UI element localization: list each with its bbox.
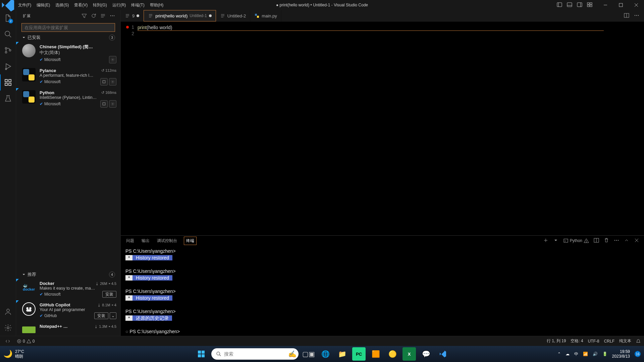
refresh-icon[interactable] (91, 13, 96, 19)
extension-item[interactable]: Chinese (Simplified) (简…中文(简体)✔ Microsof… (16, 42, 120, 66)
sublime-icon[interactable]: 🟧 (369, 347, 382, 361)
menu-item[interactable]: 选择(S) (53, 1, 71, 9)
menu-item[interactable]: 编辑(E) (34, 1, 53, 9)
breakpoint-icon[interactable] (126, 26, 129, 28)
install-button[interactable]: 安装 (102, 291, 116, 298)
editor-tab[interactable]: Untitled-2 (216, 10, 251, 21)
tray-notification-badge[interactable]: 16 (635, 351, 641, 357)
menu-item[interactable]: 帮助(H) (147, 1, 166, 9)
panel-left-icon[interactable] (557, 2, 562, 8)
wechat-icon[interactable]: 💬 (419, 347, 433, 361)
panel-tab[interactable]: 调试控制台 (156, 237, 178, 245)
extension-runtime-icon[interactable] (100, 100, 108, 108)
menu-item[interactable]: 文件(F) (15, 1, 34, 9)
extension-item[interactable]: 🐳dockerDocker⭳ 26M ★ 4.5Makes it easy to… (16, 279, 120, 300)
terminal-dropdown-icon[interactable] (553, 238, 558, 244)
menu-item[interactable]: 查看(V) (71, 1, 90, 9)
tray-onedrive-icon[interactable]: ☁ (566, 352, 570, 356)
taskbar-search[interactable]: ✍️ (211, 348, 299, 360)
layout-grid-icon[interactable] (587, 2, 592, 8)
svg-rect-73 (198, 351, 201, 354)
editor-tab[interactable]: print(hello world)Untitled-1 (144, 10, 216, 21)
menu-item[interactable]: 运行(R) (110, 1, 129, 9)
install-more-icon[interactable]: ⌄ (110, 312, 116, 319)
taskbar-search-input[interactable] (224, 351, 294, 357)
close-panel-icon[interactable] (634, 238, 639, 244)
extension-gear-icon[interactable] (109, 56, 116, 63)
tray-volume-icon[interactable]: 🔊 (593, 352, 598, 356)
clear-icon[interactable] (100, 13, 106, 19)
maximize-button[interactable] (613, 0, 629, 10)
edge-icon[interactable]: 🌐 (319, 347, 332, 361)
panel-tab[interactable]: 输出 (141, 237, 150, 245)
extension-runtime-icon[interactable] (100, 78, 108, 85)
pycharm-icon[interactable]: PC (352, 347, 366, 361)
extension-search-box[interactable] (21, 23, 115, 32)
menu-item[interactable]: 终端(T) (128, 1, 147, 9)
extension-gear-icon[interactable] (109, 78, 116, 85)
extension-gear-icon[interactable] (109, 100, 116, 108)
editor-body[interactable]: 12 print(hello world) (121, 22, 644, 235)
minimize-button[interactable] (598, 0, 613, 10)
status-cursor-pos[interactable]: 行 1, 列 19 (547, 338, 566, 344)
source-control-icon[interactable] (0, 42, 16, 58)
extension-search-input[interactable] (22, 25, 115, 30)
activity-bar: 2 (0, 10, 16, 336)
tray-clock[interactable]: 19:59 2023/8/13 (612, 349, 630, 359)
recommended-section-header[interactable]: 推荐 4 (16, 270, 120, 279)
excel-icon[interactable]: X (402, 347, 416, 361)
new-terminal-icon[interactable] (543, 238, 548, 244)
trash-icon[interactable] (604, 238, 609, 244)
extension-item[interactable]: Pylance↺ 112msA performant, feature-rich… (16, 66, 120, 88)
testing-icon[interactable] (0, 90, 16, 107)
menu-item[interactable]: 转到(G) (90, 1, 109, 9)
vscode-taskbar-icon[interactable] (436, 347, 449, 361)
code-line[interactable] (138, 31, 644, 37)
extension-item[interactable]: Python↺ 168msIntelliSense (Pylance), Lin… (16, 88, 120, 110)
chrome-icon[interactable]: 🟡 (386, 347, 399, 361)
more-actions-icon[interactable] (634, 13, 639, 19)
run-debug-icon[interactable] (0, 58, 16, 74)
editor-tab[interactable]: 9 (121, 10, 144, 21)
editor-tab[interactable]: main.py (250, 10, 281, 21)
tray-wifi-icon[interactable]: 📶 (583, 352, 588, 356)
remote-icon[interactable] (3, 338, 12, 345)
tray-ime[interactable]: 中 (574, 351, 578, 357)
taskbar-weather[interactable]: 🌙 27°C 晴朗 (3, 349, 24, 359)
code-line[interactable]: print(hello world) (138, 24, 644, 31)
search-icon[interactable] (0, 26, 16, 42)
explorer-icon[interactable]: 2 (0, 10, 16, 26)
panel-tab[interactable]: 问题 (125, 237, 135, 245)
file-explorer-icon[interactable]: 📁 (335, 347, 349, 361)
accounts-icon[interactable] (0, 304, 16, 320)
status-language[interactable]: 纯文本 (619, 338, 631, 344)
extensions-icon[interactable] (0, 74, 16, 90)
status-encoding[interactable]: UTF-8 (588, 339, 599, 344)
install-button[interactable]: 安装 (94, 312, 108, 319)
taskview-icon[interactable]: ▢▣ (302, 347, 315, 361)
panel-right-icon[interactable] (577, 2, 582, 8)
close-button[interactable] (629, 0, 644, 10)
extension-item[interactable]: Notepad++ …⭳ 1.3M ★ 4.5 (16, 322, 120, 336)
panel-bottom-icon[interactable] (567, 2, 572, 8)
split-terminal-icon[interactable] (594, 238, 599, 244)
installed-section-header[interactable]: 已安装 3 (16, 33, 120, 42)
terminal-output[interactable]: PS C:\Users\yangzhen> * History restored… (121, 246, 644, 336)
extension-item[interactable]: GitHub Copilot⭳ 8.1M ★ 4Your AI pair pro… (16, 300, 120, 322)
panel-more-icon[interactable] (614, 238, 619, 244)
panel-tab[interactable]: 终端 (184, 237, 197, 245)
filter-icon[interactable] (82, 13, 87, 19)
status-problems[interactable]: 0 0 (17, 339, 35, 344)
maximize-panel-icon[interactable] (624, 238, 629, 244)
settings-gear-icon[interactable] (0, 320, 16, 336)
start-button[interactable] (195, 347, 208, 361)
status-eol[interactable]: CRLF (604, 339, 614, 344)
more-icon[interactable] (110, 13, 115, 19)
tray-chevron-icon[interactable]: ⌃ (557, 352, 561, 356)
status-indent[interactable]: 空格: 4 (571, 338, 583, 344)
split-editor-icon[interactable] (624, 13, 629, 19)
extension-meta: ⭳ 26M ★ 4.5 (95, 282, 116, 286)
terminal-kind[interactable]: Python (563, 238, 589, 243)
tray-battery-icon[interactable]: 🔋 (602, 352, 607, 356)
notifications-icon[interactable] (636, 339, 641, 344)
